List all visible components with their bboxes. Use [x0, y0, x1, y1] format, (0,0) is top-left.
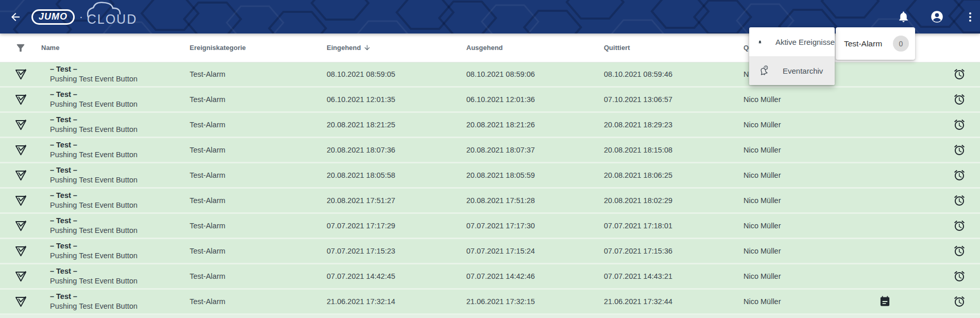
menu-item-active-events[interactable]: Aktive Ereignisse — [749, 27, 835, 56]
event-acknowledged-by: Nico Müller — [744, 222, 876, 230]
event-gone-check-icon — [14, 143, 28, 157]
event-incoming-time: 07.07.2021 17:15:23 — [327, 247, 466, 255]
bell-clock-icon — [758, 65, 769, 76]
event-name-subtitle: Pushing Test Event Button — [50, 175, 190, 185]
event-incoming-time: 07.07.2021 14:42:45 — [327, 272, 466, 280]
event-outgoing-time: 07.07.2021 17:15:24 — [466, 247, 604, 255]
event-incoming-time: 06.10.2021 12:01:35 — [327, 95, 466, 104]
event-name-title: – Test – — [50, 241, 190, 251]
column-header-acknowledged[interactable]: Quittiert — [604, 44, 744, 52]
event-category: Test-Alarm — [190, 272, 327, 280]
event-outgoing-time: 20.08.2021 18:07:37 — [466, 146, 604, 154]
alarm-clock-button[interactable] — [953, 194, 966, 207]
event-acknowledged-by: Nico Müller — [744, 146, 876, 154]
event-gone-check-icon — [14, 68, 28, 81]
event-category: Test-Alarm — [190, 146, 327, 154]
event-name-subtitle: Pushing Test Event Button — [50, 302, 190, 311]
cloud-icon — [85, 1, 134, 18]
event-category: Test-Alarm — [190, 196, 327, 205]
alarm-clock-button[interactable] — [953, 295, 966, 308]
alarm-clock-button[interactable] — [953, 144, 966, 156]
bell-icon — [758, 37, 762, 47]
event-type-indicator — [14, 143, 28, 157]
arrow-back-icon — [9, 11, 22, 23]
alarm-clock-button[interactable] — [953, 169, 966, 181]
column-header-incoming[interactable]: Eingehend — [327, 44, 466, 52]
brand-separator: · — [79, 11, 83, 23]
table-body: – Test – Pushing Test Event Button Test-… — [0, 62, 980, 315]
notifications-button[interactable] — [897, 10, 910, 23]
table-row[interactable]: – Test – Pushing Test Event Button Test-… — [0, 163, 980, 189]
event-gone-check-icon — [14, 295, 28, 309]
alarm-clock-icon — [953, 295, 966, 308]
event-name-subtitle: Pushing Test Event Button — [50, 74, 190, 84]
event-name-subtitle: Pushing Test Event Button — [50, 200, 190, 210]
event-outgoing-time: 20.08.2021 17:51:28 — [466, 196, 604, 205]
alarm-clock-button[interactable] — [953, 270, 966, 282]
column-header-name[interactable]: Name — [41, 44, 190, 52]
event-name-title: – Test – — [50, 216, 190, 226]
event-acknowledged-by: Nico Müller — [744, 272, 876, 280]
event-type-indicator — [14, 68, 28, 81]
event-gone-check-icon — [14, 118, 28, 132]
table-row[interactable]: – Test – Pushing Test Event Button Test-… — [0, 189, 980, 214]
table-row[interactable]: – Test – Pushing Test Event Button Test-… — [0, 239, 980, 264]
event-category: Test-Alarm — [190, 95, 327, 104]
alarm-clock-button[interactable] — [953, 245, 966, 257]
event-acknowledged-by: Nico Müller — [744, 171, 876, 179]
table-row[interactable]: – Test – Pushing Test Event Button Test-… — [0, 214, 980, 239]
column-header-category[interactable]: Ereigniskategorie — [190, 44, 327, 52]
back-button[interactable] — [8, 10, 23, 24]
account-button[interactable] — [930, 10, 944, 24]
alarm-clock-button[interactable] — [953, 119, 966, 131]
table-row[interactable]: – Test – Pushing Test Event Button Test-… — [0, 264, 980, 290]
event-type-indicator — [14, 93, 28, 107]
event-acknowledged-time: 20.08.2021 18:15:08 — [604, 146, 744, 154]
event-acknowledged-time: 07.07.2021 17:15:36 — [604, 247, 744, 255]
alarm-clock-icon — [953, 93, 966, 106]
category-filter-chip[interactable]: Test-Alarm 0 — [836, 27, 915, 60]
event-acknowledged-time: 07.07.2021 17:18:01 — [604, 222, 744, 230]
alarm-clock-icon — [953, 194, 966, 207]
alarm-clock-button[interactable] — [953, 93, 966, 106]
event-acknowledged-time: 20.08.2021 18:29:23 — [604, 121, 744, 129]
event-acknowledged-time: 07.07.2021 14:43:21 — [604, 272, 744, 280]
event-outgoing-time: 07.07.2021 14:42:46 — [466, 272, 604, 280]
alarm-clock-icon — [953, 220, 966, 232]
column-header-outgoing[interactable]: Ausgehend — [466, 44, 604, 52]
event-category: Test-Alarm — [190, 222, 327, 230]
event-type-indicator — [14, 295, 28, 309]
event-gone-check-icon — [14, 270, 28, 283]
alarm-clock-button[interactable] — [953, 220, 966, 232]
event-type-indicator — [14, 169, 28, 182]
event-incoming-time: 20.08.2021 18:21:25 — [327, 121, 466, 129]
table-row[interactable]: – Test – Pushing Test Event Button Test-… — [0, 138, 980, 163]
menu-item-event-archive[interactable]: Eventarchiv — [749, 56, 835, 85]
event-incoming-time: 20.08.2021 18:05:58 — [327, 171, 466, 179]
alarm-clock-button[interactable] — [953, 68, 966, 80]
event-name-subtitle: Pushing Test Event Button — [50, 125, 190, 135]
table-row[interactable]: – Test – Pushing Test Event Button Test-… — [0, 113, 980, 138]
event-name-subtitle: Pushing Test Event Button — [50, 99, 190, 109]
alarm-clock-icon — [953, 270, 966, 282]
event-outgoing-time: 06.10.2021 12:01:36 — [466, 95, 604, 104]
more-options-button[interactable] — [964, 11, 976, 23]
event-archive-page: JUMO · CLOUD — [0, 0, 980, 318]
event-name-subtitle: Pushing Test Event Button — [50, 226, 190, 236]
alarm-clock-icon — [953, 169, 966, 181]
table-row[interactable]: – Test – Pushing Test Event Button Test-… — [0, 88, 980, 113]
event-acknowledged-time: 07.10.2021 13:06:57 — [604, 95, 744, 104]
calendar-entry-button[interactable] — [879, 296, 891, 308]
event-acknowledged-by: Nico Müller — [744, 95, 876, 104]
event-type-indicator — [14, 118, 28, 132]
event-name-title: – Test – — [50, 140, 190, 150]
next-row-sliver — [0, 315, 980, 318]
table-row[interactable]: – Test – Pushing Test Event Button Test-… — [0, 290, 980, 315]
event-gone-check-icon — [14, 194, 28, 208]
filter-button[interactable] — [15, 42, 26, 54]
alarm-clock-icon — [953, 119, 966, 131]
event-incoming-time: 07.07.2021 17:17:29 — [327, 222, 466, 230]
event-acknowledged-time: 21.06.2021 17:32:44 — [604, 297, 744, 306]
event-category: Test-Alarm — [190, 297, 327, 306]
event-category: Test-Alarm — [190, 70, 327, 78]
